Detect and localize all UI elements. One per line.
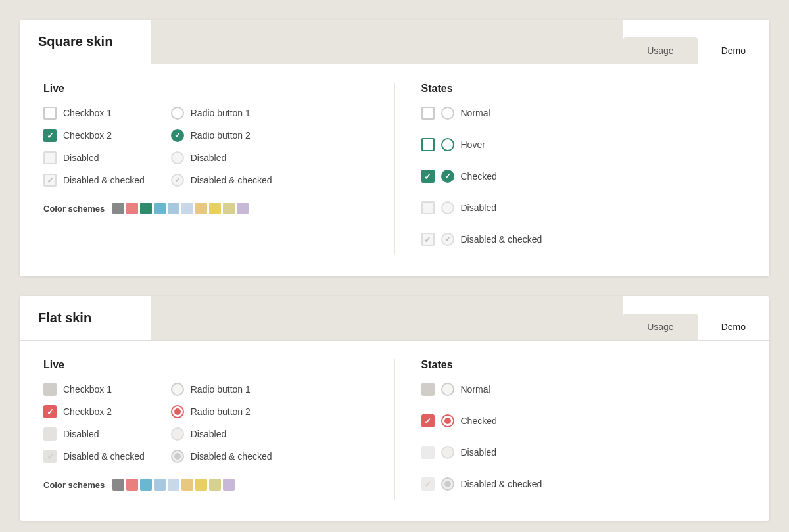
color-schemes-label: Color schemes xyxy=(43,204,105,214)
square-skin-card: Square skin Usage Demo Live Checkbox 1 xyxy=(20,20,769,276)
flat-skin-radio-list: Radio button 1 Radio button 2 Disabled xyxy=(171,383,272,463)
square-skin-states-heading: States xyxy=(421,83,746,95)
flat-skin-live-col: Live Checkbox 1 Checkbox 2 xyxy=(43,359,368,500)
flat-skin-tab-usage[interactable]: Usage xyxy=(623,314,697,340)
table-row: Checkbox 2 xyxy=(43,129,145,142)
flat-checkbox-1[interactable] xyxy=(43,383,57,396)
flat-checkbox-disabled-label: Disabled xyxy=(63,429,99,439)
flat-radio-1-label: Radio button 1 xyxy=(191,384,251,395)
table-row: Disabled & checked xyxy=(43,174,145,187)
flat-swatch-gold[interactable] xyxy=(195,479,207,491)
flat-checkbox-disabled-checked-label: Disabled & checked xyxy=(63,451,145,462)
flat-skin-title: Flat skin xyxy=(38,310,91,325)
flat-state-radio-disabled xyxy=(441,446,454,459)
square-skin-tabs: Usage Demo xyxy=(623,37,769,64)
square-skin-tabs-spacer xyxy=(151,20,623,64)
sq-checkbox-1[interactable] xyxy=(43,107,57,120)
flat-skin-card: Flat skin Usage Demo Live Checkbox 1 xyxy=(20,296,769,521)
swatch-red[interactable] xyxy=(126,203,138,214)
radio-disabled-label: Disabled xyxy=(191,153,226,163)
table-row: Checkbox 1 xyxy=(43,107,145,120)
flat-skin-tabs: Usage Demo xyxy=(623,314,769,340)
flat-swatch-lavender[interactable] xyxy=(223,479,235,491)
square-skin-title-area: Square skin xyxy=(20,20,151,64)
flat-checkbox-disabled-checked xyxy=(43,450,57,463)
swatch-paleblue[interactable] xyxy=(181,203,193,214)
square-skin-tab-usage[interactable]: Usage xyxy=(623,37,697,64)
radio-disabled-checked-label: Disabled & checked xyxy=(191,175,272,185)
flat-swatch-paleblue[interactable] xyxy=(168,479,179,491)
flat-skin-body: Live Checkbox 1 Checkbox 2 xyxy=(20,340,769,521)
table-row: Disabled & checked xyxy=(421,477,746,491)
swatch-gold[interactable] xyxy=(209,203,221,214)
square-skin-live-heading: Live xyxy=(43,83,368,95)
swatch-lightblue[interactable] xyxy=(168,203,179,214)
flat-radio-disabled-label: Disabled xyxy=(191,429,226,439)
flat-color-schemes-label: Color schemes xyxy=(43,480,105,490)
square-skin-body: Live Checkbox 1 Checkbox 2 xyxy=(20,64,769,276)
flat-state-disabled-label: Disabled xyxy=(461,447,496,458)
table-row: Radio button 1 xyxy=(171,383,272,396)
flat-swatch-yellow[interactable] xyxy=(181,479,193,491)
flat-skin-states-list: Normal Checked Disabled xyxy=(421,383,746,500)
flat-radio-disabled-checked-label: Disabled & checked xyxy=(191,451,272,462)
flat-radio-disabled xyxy=(171,427,184,441)
flat-swatch-blue[interactable] xyxy=(140,479,152,491)
flat-state-radio-checked xyxy=(441,414,454,427)
state-cb-checked xyxy=(421,170,435,183)
flat-checkbox-2-label: Checkbox 2 xyxy=(63,406,112,417)
table-row: Disabled xyxy=(43,151,145,164)
sq-radio-disabled xyxy=(171,151,184,164)
sq-radio-1[interactable] xyxy=(171,107,184,120)
table-row: Normal xyxy=(421,107,746,120)
flat-skin-tab-demo[interactable]: Demo xyxy=(698,314,769,340)
flat-checkbox-2[interactable] xyxy=(43,405,57,418)
radio-2-label: Radio button 2 xyxy=(191,130,251,141)
swatch-lavender[interactable] xyxy=(237,203,249,214)
flat-state-normal-label: Normal xyxy=(461,384,490,395)
table-row: Disabled xyxy=(421,201,746,214)
swatch-yellow[interactable] xyxy=(195,203,207,214)
state-radio-checked xyxy=(441,170,454,183)
table-row: Radio button 2 xyxy=(171,405,272,418)
flat-skin-live-cols: Checkbox 1 Checkbox 2 Disabled Disa xyxy=(43,383,368,463)
table-row: Disabled & checked xyxy=(421,233,746,246)
square-skin-states-list: Normal Hover Checked xyxy=(421,107,746,255)
checkbox-disabled-checked-label: Disabled & checked xyxy=(63,175,145,185)
swatch-tan[interactable] xyxy=(223,203,235,214)
swatch-green[interactable] xyxy=(140,203,152,214)
flat-swatch-tan[interactable] xyxy=(209,479,221,491)
flat-radio-1[interactable] xyxy=(171,383,184,396)
state-radio-normal xyxy=(441,107,454,120)
flat-swatch-red[interactable] xyxy=(126,479,138,491)
flat-swatch-gray[interactable] xyxy=(112,479,124,491)
flat-skin-header: Flat skin Usage Demo xyxy=(20,296,769,340)
square-skin-color-schemes: Color schemes xyxy=(43,203,368,214)
flat-swatch-lightblue[interactable] xyxy=(154,479,166,491)
table-row: Disabled xyxy=(171,427,272,441)
flat-state-radio-normal xyxy=(441,383,454,396)
square-skin-tab-demo[interactable]: Demo xyxy=(698,37,769,64)
state-cb-normal xyxy=(421,107,435,120)
table-row: Checkbox 2 xyxy=(43,405,145,418)
state-cb-disabled-checked xyxy=(421,233,435,246)
flat-skin-color-schemes: Color schemes xyxy=(43,479,368,491)
flat-radio-2[interactable] xyxy=(171,405,184,418)
state-disabled-label: Disabled xyxy=(461,203,496,213)
flat-state-cb-disabled-checked xyxy=(421,477,435,491)
flat-skin-two-col: Live Checkbox 1 Checkbox 2 xyxy=(43,359,746,500)
checkbox-2-label: Checkbox 2 xyxy=(63,130,112,141)
flat-skin-checkbox-list: Checkbox 1 Checkbox 2 Disabled Disa xyxy=(43,383,145,463)
state-cb-disabled xyxy=(421,201,435,214)
square-skin-two-col: Live Checkbox 1 Checkbox 2 xyxy=(43,83,746,255)
square-skin-live-col: Live Checkbox 1 Checkbox 2 xyxy=(43,83,368,255)
square-skin-header: Square skin Usage Demo xyxy=(20,20,769,64)
swatch-blue[interactable] xyxy=(154,203,166,214)
table-row: Checked xyxy=(421,414,746,427)
flat-state-checked-label: Checked xyxy=(461,416,497,426)
swatch-gray[interactable] xyxy=(112,203,124,214)
sq-checkbox-2[interactable] xyxy=(43,129,57,142)
flat-skin-title-area: Flat skin xyxy=(20,296,151,340)
table-row: Disabled & checked xyxy=(171,174,272,187)
sq-radio-2[interactable] xyxy=(171,129,184,142)
